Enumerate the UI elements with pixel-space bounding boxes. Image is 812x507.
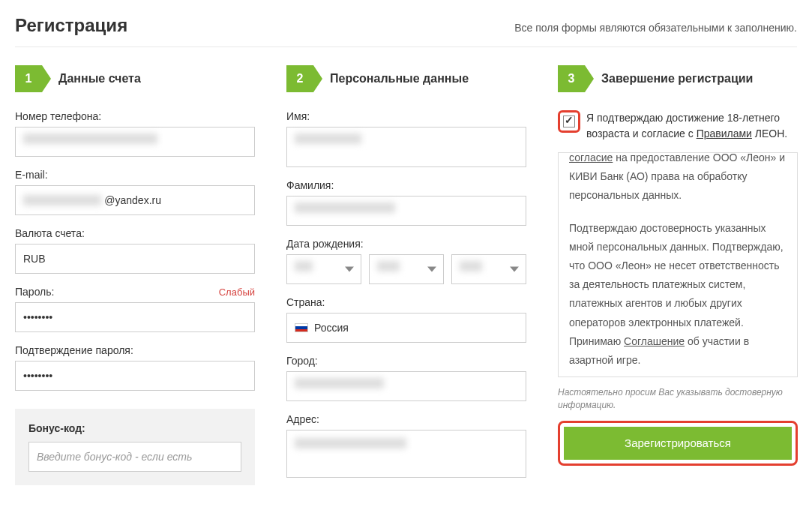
header-note: Все поля формы являются обязательными к … (514, 22, 797, 34)
page-title: Регистрация (15, 15, 127, 36)
step-2-title: Персональные данные (330, 72, 469, 86)
dob-day-select[interactable] (286, 254, 361, 284)
password2-label: Подтверждение пароля: (15, 344, 133, 356)
agreement-link[interactable]: Соглашение (624, 335, 685, 347)
phone-field: Номер телефона: (15, 110, 255, 157)
submit-button[interactable]: Зарегистрироваться (564, 427, 792, 460)
lname-label: Фамилия: (286, 179, 334, 191)
step-3-header: 3 Завершение регистрации (558, 65, 798, 92)
agree-checkbox-highlight (558, 110, 580, 133)
password-strength: Слабый (219, 286, 255, 298)
step-2-header: 2 Персональные данные (286, 65, 526, 92)
email-field: E-mail: @yandex.ru (15, 169, 255, 215)
bonus-label: Бонус-код: (28, 422, 241, 434)
dob-field: Дата рождения: (286, 238, 526, 284)
address-label: Адрес: (286, 413, 319, 425)
column-personal: 2 Персональные данные Имя: Фамилия: Дата… (286, 65, 526, 490)
address-field: Адрес: (286, 413, 526, 478)
dob-month-select[interactable] (369, 254, 444, 284)
phone-input[interactable] (15, 127, 255, 157)
password-label: Пароль: (15, 286, 54, 298)
terms-scrollbox[interactable]: согласие на предоставление ООО «Леон» и … (558, 152, 798, 377)
column-account: 1 Данные счета Номер телефона: E-mail: @… (15, 65, 255, 490)
dob-year-select[interactable] (451, 254, 526, 284)
city-label: Город: (286, 355, 318, 367)
currency-label: Валюта счета: (15, 227, 85, 239)
dob-label: Дата рождения: (286, 238, 364, 250)
email-input[interactable]: @yandex.ru (15, 185, 255, 215)
step-1-title: Данные счета (58, 72, 141, 86)
currency-field: Валюта счета: (15, 227, 255, 274)
city-field: Город: (286, 355, 526, 401)
flag-russia-icon (295, 323, 308, 332)
country-field: Страна: Россия (286, 296, 526, 343)
country-label: Страна: (286, 296, 325, 308)
page-header: Регистрация Все поля формы являются обяз… (15, 15, 797, 47)
bonus-input[interactable] (28, 442, 241, 472)
city-input[interactable] (286, 371, 526, 401)
disclaimer-text: Настоятельно просим Вас указывать достов… (558, 386, 798, 412)
password-input[interactable] (15, 302, 255, 332)
form-columns: 1 Данные счета Номер телефона: E-mail: @… (15, 65, 797, 490)
password-field: Пароль: Слабый (15, 286, 255, 332)
agree-text: Я подтверждаю достижение 18-летнего возр… (586, 110, 798, 142)
phone-label: Номер телефона: (15, 110, 101, 122)
submit-highlight: Зарегистрироваться (558, 421, 798, 466)
password2-field: Подтверждение пароля: (15, 344, 255, 391)
fname-field: Имя: (286, 110, 526, 167)
agree-row: Я подтверждаю достижение 18-летнего возр… (558, 110, 798, 142)
country-input[interactable]: Россия (286, 313, 526, 343)
step-3-title: Завершение регистрации (601, 72, 753, 86)
email-domain: @yandex.ru (104, 194, 161, 206)
step-1-badge: 1 (15, 65, 42, 92)
password2-input[interactable] (15, 361, 255, 391)
address-input[interactable] (286, 430, 526, 478)
currency-input[interactable] (15, 244, 255, 274)
step-2-badge: 2 (286, 65, 313, 92)
bonus-box: Бонус-код: (15, 409, 255, 485)
consent-link[interactable]: согласие (569, 152, 613, 164)
agree-checkbox[interactable] (563, 116, 575, 128)
step-3-badge: 3 (558, 65, 585, 92)
country-value: Россия (314, 322, 349, 334)
step-1-header: 1 Данные счета (15, 65, 255, 92)
rules-link[interactable]: Правилами (697, 128, 752, 140)
lname-input[interactable] (286, 196, 526, 226)
fname-label: Имя: (286, 110, 310, 122)
email-label: E-mail: (15, 169, 48, 181)
column-finish: 3 Завершение регистрации Я подтверждаю д… (558, 65, 798, 490)
lname-field: Фамилия: (286, 179, 526, 226)
fname-input[interactable] (286, 127, 526, 167)
